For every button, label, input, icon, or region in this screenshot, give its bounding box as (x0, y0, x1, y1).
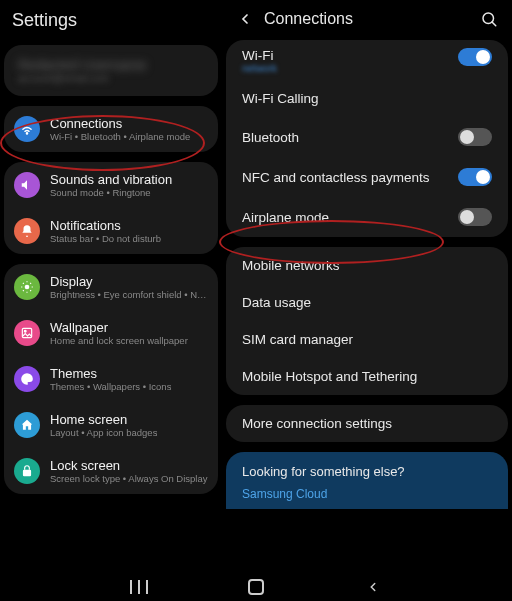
item-title: Themes (50, 366, 171, 381)
themes-icon (14, 366, 40, 392)
item-sub: Themes • Wallpapers • Icons (50, 381, 171, 392)
connections-panel: Connections Wi-Fi network Wi-Fi Calling … (222, 0, 512, 601)
lock-icon (14, 458, 40, 484)
settings-item-themes[interactable]: Themes Themes • Wallpapers • Icons (4, 356, 218, 402)
item-title: Sounds and vibration (50, 172, 172, 187)
conn-item-sim[interactable]: SIM card manager (226, 321, 508, 358)
conn-item-more-settings[interactable]: More connection settings (226, 405, 508, 442)
settings-item-notifications[interactable]: Notifications Status bar • Do not distur… (4, 208, 218, 254)
svg-point-0 (26, 133, 27, 134)
connections-title: Connections (264, 10, 478, 28)
connections-group-1: Wi-Fi network Wi-Fi Calling Bluetooth NF… (226, 40, 508, 237)
item-sub: Sound mode • Ringtone (50, 187, 172, 198)
home-icon (14, 412, 40, 438)
item-sub: Brightness • Eye comfort shield • Navi (50, 289, 208, 300)
airplane-toggle[interactable] (458, 208, 492, 226)
connections-group-2: Mobile networks Data usage SIM card mana… (226, 247, 508, 395)
item-sub: Wi-Fi • Bluetooth • Airplane mode (50, 131, 190, 142)
suggest-link-samsung-cloud[interactable]: Samsung Cloud (242, 487, 492, 501)
settings-panel: Settings Redacted Username account@email… (0, 0, 222, 601)
system-nav-bar (0, 573, 512, 601)
conn-item-nfc[interactable]: NFC and contactless payments (226, 157, 508, 197)
recent-apps-button[interactable] (127, 575, 151, 599)
conn-item-wifi-calling[interactable]: Wi-Fi Calling (226, 80, 508, 117)
settings-group-2: Sounds and vibration Sound mode • Ringto… (4, 162, 218, 254)
svg-rect-4 (23, 470, 31, 476)
sound-icon (14, 172, 40, 198)
svg-rect-2 (22, 328, 31, 337)
settings-item-homescreen[interactable]: Home screen Layout • App icon badges (4, 402, 218, 448)
item-title: Lock screen (50, 458, 208, 473)
suggest-title: Looking for something else? (242, 464, 492, 479)
settings-item-wallpaper[interactable]: Wallpaper Home and lock screen wallpaper (4, 310, 218, 356)
settings-group-connections: Connections Wi-Fi • Bluetooth • Airplane… (4, 106, 218, 152)
settings-item-display[interactable]: Display Brightness • Eye comfort shield … (4, 264, 218, 310)
profile-email: account@email.com (18, 73, 204, 84)
connections-header: Connections (222, 0, 512, 40)
svg-rect-8 (146, 580, 148, 594)
svg-rect-9 (249, 580, 263, 594)
wifi-toggle[interactable] (458, 48, 492, 66)
conn-item-airplane[interactable]: Airplane mode (226, 197, 508, 237)
item-title: Home screen (50, 412, 157, 427)
conn-item-bluetooth[interactable]: Bluetooth (226, 117, 508, 157)
wifi-icon (14, 116, 40, 142)
display-icon (14, 274, 40, 300)
item-sub: Status bar • Do not disturb (50, 233, 161, 244)
back-nav-button[interactable] (361, 575, 385, 599)
svg-point-1 (25, 285, 30, 290)
nfc-toggle[interactable] (458, 168, 492, 186)
search-button[interactable] (478, 8, 500, 30)
wifi-label: Wi-Fi (242, 48, 458, 63)
svg-rect-7 (138, 580, 140, 594)
back-button[interactable] (234, 8, 256, 30)
item-sub: Screen lock type • Always On Display (50, 473, 208, 484)
conn-item-data-usage[interactable]: Data usage (226, 284, 508, 321)
settings-title: Settings (0, 0, 222, 45)
profile-card[interactable]: Redacted Username account@email.com (4, 45, 218, 96)
conn-item-hotspot[interactable]: Mobile Hotspot and Tethering (226, 358, 508, 395)
item-sub: Layout • App icon badges (50, 427, 157, 438)
item-title: Display (50, 274, 208, 289)
conn-item-mobile-networks[interactable]: Mobile networks (226, 247, 508, 284)
home-button[interactable] (244, 575, 268, 599)
bell-icon (14, 218, 40, 244)
svg-rect-6 (130, 580, 132, 594)
svg-point-3 (24, 330, 26, 332)
settings-item-connections[interactable]: Connections Wi-Fi • Bluetooth • Airplane… (4, 106, 218, 152)
settings-item-lockscreen[interactable]: Lock screen Screen lock type • Always On… (4, 448, 218, 494)
connections-group-3: More connection settings (226, 405, 508, 442)
suggestion-card: Looking for something else? Samsung Clou… (226, 452, 508, 509)
item-title: Connections (50, 116, 190, 131)
conn-item-wifi[interactable]: Wi-Fi network (226, 40, 508, 80)
settings-group-3: Display Brightness • Eye comfort shield … (4, 264, 218, 494)
wallpaper-icon (14, 320, 40, 346)
item-title: Wallpaper (50, 320, 188, 335)
bluetooth-toggle[interactable] (458, 128, 492, 146)
item-title: Notifications (50, 218, 161, 233)
settings-item-sounds[interactable]: Sounds and vibration Sound mode • Ringto… (4, 162, 218, 208)
profile-name: Redacted Username (18, 57, 204, 73)
item-sub: Home and lock screen wallpaper (50, 335, 188, 346)
wifi-network-name: network (242, 63, 458, 74)
